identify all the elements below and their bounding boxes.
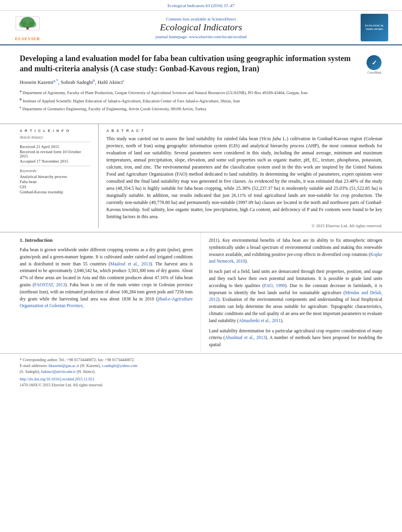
affil-c: c Department of Geomatics Engineering, F… bbox=[20, 105, 382, 112]
keywords-label: Keywords: bbox=[20, 169, 90, 173]
footer-doi: http://dx.doi.org/10.1016/j.ecolind.2015… bbox=[20, 376, 382, 382]
divider1 bbox=[20, 142, 90, 142]
footer-issn: 1470-160X/© 2015 Elsevier Ltd. All right… bbox=[20, 382, 382, 388]
abstract-text: This study was carried out to assess the… bbox=[106, 135, 382, 220]
affil-c-sup: c bbox=[20, 105, 21, 109]
elsevier-wordmark: ELSEVIER bbox=[15, 36, 40, 41]
footnote-star: * Corresponding author. Tel.: +98 017344… bbox=[20, 358, 135, 362]
author3-sup: c bbox=[123, 78, 124, 83]
affil-a-sup: a bbox=[20, 89, 22, 93]
email-label: E-mail addresses: bbox=[20, 363, 48, 368]
email2-link[interactable]: s.sadeghi@yahoo.com bbox=[102, 363, 137, 368]
crossmark-badge: ✓ bbox=[367, 55, 382, 70]
author1-name: Hossein Kazemi bbox=[20, 79, 54, 85]
intro-right-para1: 2011). Key environmental benefits of fab… bbox=[209, 237, 382, 265]
footer-persons: (S. Sadeghi), bbox=[20, 369, 41, 374]
email1-person: (H. Kazemi), bbox=[79, 363, 102, 368]
body-right: 2011). Key environmental benefits of fab… bbox=[201, 232, 382, 352]
footer-person3: (H. Akinci). bbox=[76, 369, 96, 374]
sciencedirect-link[interactable]: ScienceDirect bbox=[212, 17, 236, 21]
intro-right-para2: In each part of a field, land units are … bbox=[209, 268, 382, 324]
ref-mendas[interactable]: Mendas and Delali, 2012 bbox=[209, 290, 382, 302]
right-column-abstract: A B S T R A C T This study was carried o… bbox=[99, 124, 382, 228]
journal-homepage: journal homepage: www.elsevier.com/locat… bbox=[51, 34, 351, 39]
email1-link[interactable]: hkazemi@gau.ac.ir bbox=[48, 363, 79, 368]
intro-heading: 1. Introduction bbox=[20, 237, 193, 243]
header-center: Contents lists available at ScienceDirec… bbox=[51, 17, 351, 39]
affil-c-text: Department of Geomatics Engineering, Fac… bbox=[22, 106, 207, 111]
authors-line: Hossein Kazemia,*, Sohrab Sadeghib, Hali… bbox=[20, 78, 382, 85]
article-info-abstract-section: A R T I C L E I N F O Article history: R… bbox=[0, 124, 402, 228]
ref-jihad[interactable]: jihad-e-Agriculture Organization of Gole… bbox=[20, 297, 193, 308]
received-date: Received 21 April 2015 bbox=[20, 145, 90, 149]
author2-name: , Sohrab Sadeghi bbox=[58, 79, 93, 85]
accepted-date: Accepted 17 November 2015 bbox=[20, 159, 90, 163]
received-revised-date: Received in revised form 10 October 2015 bbox=[20, 150, 90, 158]
intro-para1: Faba bean is grown worldwide under diffe… bbox=[20, 247, 193, 310]
crossmark-icon: ✓ CrossMark bbox=[367, 55, 382, 71]
ref-almashreki[interactable]: Almashreki et al., 2011 bbox=[238, 318, 281, 323]
svg-point-3 bbox=[28, 21, 36, 28]
left-column-article-info: A R T I C L E I N F O Article history: R… bbox=[20, 124, 99, 228]
keyword-1: Analytical hierarchy process bbox=[20, 174, 90, 179]
author1-sup: a,* bbox=[54, 78, 58, 83]
header-area: ELSEVIER Contents lists available at Sci… bbox=[0, 11, 402, 45]
keyword-2: Faba bean bbox=[20, 180, 90, 184]
history-label: Article history: bbox=[20, 135, 90, 139]
ref-faostat[interactable]: FAOSTAT, 2013 bbox=[34, 282, 65, 287]
ref-fao[interactable]: FAO, 1990 bbox=[264, 283, 285, 288]
footer-note: * Corresponding author. Tel.: +98 017344… bbox=[20, 357, 382, 363]
footer-section: * Corresponding author. Tel.: +98 017344… bbox=[0, 353, 402, 389]
ecological-indicators-logo: ECOLOGICALINDICATORS bbox=[361, 14, 388, 41]
ref-abushnaf[interactable]: Abushnaf et al., 2013 bbox=[225, 335, 266, 340]
keyword-4: Gonbad-Kavous township bbox=[20, 190, 90, 194]
journal-citation: Ecological Indicators 63 (2016) 37–47 bbox=[168, 3, 234, 8]
article-info-label: A R T I C L E I N F O bbox=[20, 129, 90, 133]
copyright-line: © 2015 Elsevier Ltd. All rights reserved… bbox=[106, 223, 382, 228]
footer-email2: (S. Sadeghi), hakinci@artvin.edu.tr (H. … bbox=[20, 369, 382, 374]
affiliations: a Department of Agronomy, Faculty of Pla… bbox=[20, 89, 382, 112]
divider2 bbox=[20, 166, 90, 166]
ref-maalouf[interactable]: Maalouf et al., 2013 bbox=[110, 261, 151, 266]
ref-kopke[interactable]: Kopke and Nemecek, 2010 bbox=[209, 252, 382, 264]
affil-b-sup: b bbox=[20, 97, 22, 101]
article-title: Developing a land evaluation model for f… bbox=[20, 53, 359, 74]
affil-a: a Department of Agronomy, Faculty of Pla… bbox=[20, 89, 382, 96]
article-section: Developing a land evaluation model for f… bbox=[0, 45, 402, 119]
keyword-3: GIS bbox=[20, 185, 90, 189]
svg-point-2 bbox=[19, 21, 27, 28]
abstract-section-label: A B S T R A C T bbox=[106, 129, 382, 133]
affil-b-text: Institute of Applied Scientific Higher E… bbox=[23, 98, 240, 103]
footer-email: E-mail addresses: hkazemi@gau.ac.ir (H. … bbox=[20, 363, 382, 369]
author3-name: , Halil Akinci bbox=[95, 79, 123, 85]
body-left: 1. Introduction Faba bean is grown world… bbox=[20, 232, 201, 352]
affil-a-text: Department of Agronomy, Faculty of Plant… bbox=[22, 91, 307, 95]
intro-right-para3: Land suitability determination for a par… bbox=[209, 328, 382, 348]
body-section: 1. Introduction Faba bean is grown world… bbox=[0, 232, 402, 352]
homepage-link[interactable]: www.elsevier.com/locate/ecolind bbox=[189, 34, 247, 39]
email3-link[interactable]: hakinci@artvin.edu.tr bbox=[41, 369, 76, 374]
journal-logo-right: ECOLOGICALINDICATORS bbox=[359, 14, 390, 41]
page-container: Ecological Indicators 63 (2016) 37–47 EL… bbox=[0, 0, 402, 532]
svg-rect-4 bbox=[26, 26, 29, 30]
affil-b: b Institute of Applied Scientific Higher… bbox=[20, 97, 382, 104]
elsevier-logo-icon bbox=[12, 15, 43, 36]
journal-title: Ecological Indicators bbox=[51, 22, 351, 33]
top-bar: Ecological Indicators 63 (2016) 37–47 bbox=[0, 0, 402, 11]
elsevier-logo: ELSEVIER bbox=[12, 15, 43, 41]
contents-available: Contents lists available at ScienceDirec… bbox=[51, 17, 351, 21]
doi-link[interactable]: http://dx.doi.org/10.1016/j.ecolind.2015… bbox=[20, 377, 95, 381]
